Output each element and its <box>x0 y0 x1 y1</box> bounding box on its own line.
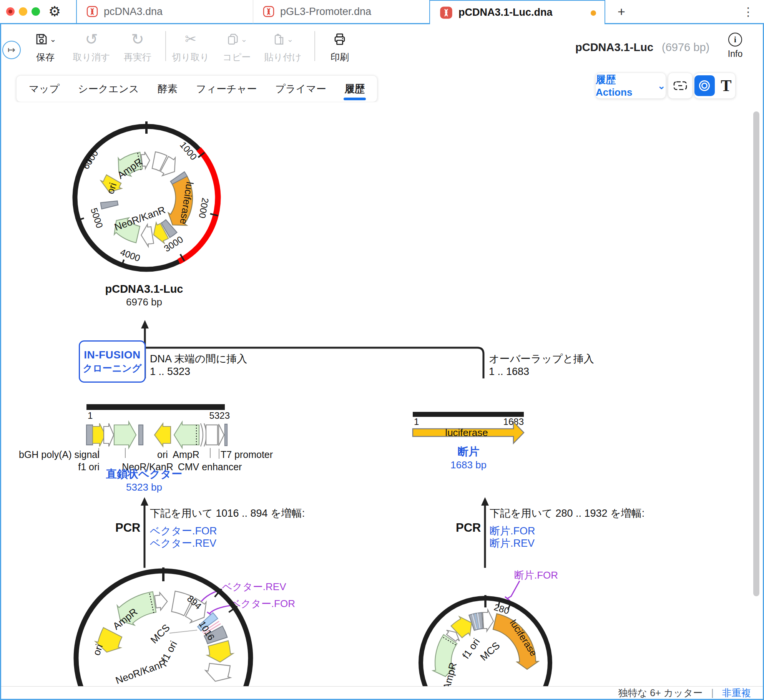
fragment-range: 1 .. 1683 <box>489 366 529 378</box>
plasmid-map-template-fragment[interactable]: 280 f1 ori MCS luciferase AmpR <box>409 586 562 686</box>
circular-view-button-selected[interactable] <box>694 75 715 96</box>
undo-icon: ↺ <box>85 28 98 50</box>
vector-feature[interactable] <box>139 425 143 445</box>
plasmid-feature[interactable] <box>483 610 493 631</box>
vector-feature[interactable] <box>225 424 227 446</box>
plasmid-feature[interactable] <box>101 201 118 209</box>
tab-sequence[interactable]: シークエンス <box>77 75 140 103</box>
primer-link-vector-rev[interactable]: ベクター.REV <box>150 536 216 550</box>
minimize-window-button[interactable] <box>19 7 27 16</box>
plasmid-feature[interactable] <box>206 664 231 682</box>
history-actions-dropdown[interactable]: 履歴 Actions ⌄ <box>595 73 666 99</box>
toolbar-separator <box>314 31 315 61</box>
label-bgh-polya: bGH poly(A) signal <box>19 449 100 460</box>
text-view-button[interactable]: T <box>717 76 735 95</box>
product-map-label: pCDNA3.1-Luc 6976 bp <box>88 282 200 309</box>
label-t7-promoter: T7 promoter <box>221 449 273 460</box>
cut-button[interactable]: ✂ 切り取り <box>168 28 214 63</box>
tab-features[interactable]: フィーチャー <box>195 75 257 103</box>
copy-button[interactable]: ⌄ コピー <box>214 28 260 63</box>
status-bar: 独特な 6+ カッター | 非重複 <box>0 686 764 699</box>
tab-label: pcDNA3.dna <box>104 6 163 18</box>
primer-link-fragment-for[interactable]: 断片.FOR <box>490 524 535 538</box>
tab-primers[interactable]: プライマー <box>274 75 327 103</box>
plasmid-map-product[interactable]: 1000 2000 3000 4000 5000 6000 AmpR ori N… <box>56 108 237 288</box>
vector-end: 5323 <box>209 410 230 421</box>
tick-label: 4000 <box>119 247 141 264</box>
redo-button[interactable]: ↻ 再実行 <box>115 28 161 63</box>
non-redundant-link[interactable]: 非重複 <box>722 687 751 699</box>
tab-label: pGL3-Promoter.dna <box>280 6 371 18</box>
document-name: pCDNA3.1-Luc <box>575 41 653 53</box>
info-button[interactable]: i Info <box>718 33 752 59</box>
print-button[interactable]: 印刷 <box>317 28 363 63</box>
primer-link-fragment-rev[interactable]: 断片.REV <box>490 536 535 550</box>
linear-vector-link[interactable]: 直鎖状ベクター 5323 bp <box>88 467 200 494</box>
toolbar-separator <box>165 31 166 61</box>
vertical-scrollbar-thumb[interactable] <box>753 111 759 596</box>
vector-feature[interactable] <box>174 422 199 448</box>
save-menu-chevron[interactable]: ⌄ <box>50 35 56 44</box>
scissors-icon: ✂ <box>185 28 196 50</box>
tab-strip-filler: + ⋮ <box>605 0 764 24</box>
circular-map-icon <box>698 79 711 92</box>
printer-icon <box>333 32 347 46</box>
snapgene-window: ⚙ pcDNA3.dna pGL3-Promoter.dna pCDNA3.1-… <box>0 0 764 700</box>
vector-feature[interactable] <box>206 425 218 445</box>
plasmid-feature[interactable] <box>141 224 153 247</box>
vector-feature[interactable] <box>201 423 203 446</box>
primer-link-vector-for[interactable]: ベクター.FOR <box>150 524 217 538</box>
unique-cutters-status: 独特な 6+ カッター <box>618 687 703 699</box>
unsaved-changes-dot <box>591 10 596 16</box>
paste-menu-chevron[interactable]: ⌄ <box>287 35 294 44</box>
fragment-luciferase-label: luciferase <box>445 427 488 438</box>
tab-enzymes[interactable]: 酵素 <box>157 75 178 103</box>
plasmid-map-template-vector[interactable]: 894 1016 AmpR ori NeoR/KanR MCS f1 ori <box>71 566 256 686</box>
map-mode-buttons: T <box>694 73 736 99</box>
document-title: pCDNA3.1-Luc (6976 bp) <box>575 41 709 54</box>
vector-feature[interactable] <box>114 422 136 448</box>
expand-sidebar-button[interactable]: ↦ <box>2 41 21 59</box>
window-tab-bar: ⚙ pcDNA3.dna pGL3-Promoter.dna pCDNA3.1-… <box>0 0 764 24</box>
vector-range: 1 .. 5323 <box>150 366 190 378</box>
undo-button[interactable]: ↺ 取り消す <box>68 28 115 63</box>
fragment-link[interactable]: 断片 1683 bp <box>413 445 524 472</box>
tab-history-active[interactable]: 履歴 <box>344 75 365 103</box>
linear-view-button[interactable] <box>668 73 693 99</box>
vector-feature[interactable] <box>86 425 93 445</box>
paste-icon <box>272 33 286 46</box>
document-tab-pcdna3[interactable]: pcDNA3.dna <box>77 0 253 24</box>
pcr-right-note: 下記を用いて 280 .. 1932 を増幅: <box>490 506 644 520</box>
vector-feature[interactable] <box>104 423 114 446</box>
linear-map-icon <box>673 80 688 91</box>
feature-label-f1ori: f1 ori <box>460 636 482 661</box>
zoom-window-button[interactable] <box>32 7 40 16</box>
feature-label-f1ori: f1 ori <box>159 639 179 664</box>
new-tab-button[interactable]: + <box>618 5 625 18</box>
overflow-menu-button[interactable]: ⋮ <box>742 5 754 18</box>
vector-feature[interactable] <box>219 424 224 446</box>
copy-menu-chevron[interactable]: ⌄ <box>241 35 247 44</box>
insert-between-ends-note: DNA 末端の間に挿入 <box>150 352 247 366</box>
vector-feature[interactable] <box>154 423 171 446</box>
document-tab-pgl3[interactable]: pGL3-Promoter.dna <box>253 0 429 24</box>
history-canvas: 1000 2000 3000 4000 5000 6000 AmpR ori N… <box>0 102 764 686</box>
chevron-down-icon: ⌄ <box>657 80 666 92</box>
plasmid-feature[interactable] <box>154 592 167 610</box>
close-window-button[interactable] <box>6 7 15 16</box>
redo-icon: ↻ <box>131 28 144 50</box>
tick-label: 5000 <box>89 207 105 229</box>
tab-label: pCDNA3.1-Luc.dna <box>458 7 553 18</box>
info-icon: i <box>728 33 742 46</box>
tab-map[interactable]: マップ <box>28 75 60 103</box>
infusion-label: IN-FUSION <box>84 349 141 361</box>
linear-vector-map[interactable]: 1 5323 bGH poly(A) signal ori AmpR T7 pr… <box>15 400 276 476</box>
status-separator: | <box>711 687 714 698</box>
window-controls: ⚙ <box>0 0 77 24</box>
save-button[interactable]: ⌄ 保存 <box>22 28 68 63</box>
document-tab-pcdna31-luc-active[interactable]: pCDNA3.1-Luc.dna <box>429 0 605 24</box>
paste-button[interactable]: ⌄ 貼り付け <box>260 28 306 63</box>
product-name: pCDNA3.1-Luc <box>88 282 200 296</box>
plasmid-feature[interactable] <box>207 641 233 662</box>
settings-gear-icon[interactable]: ⚙ <box>48 5 61 18</box>
